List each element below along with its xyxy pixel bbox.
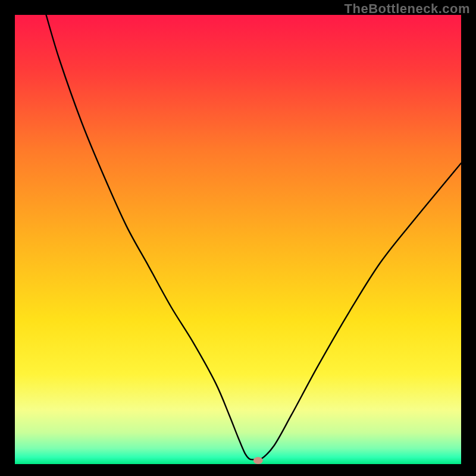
min-marker <box>253 457 263 464</box>
svg-rect-0 <box>15 15 461 464</box>
chart-svg <box>15 15 461 464</box>
watermark-text: TheBottleneck.com <box>345 1 470 17</box>
chart-frame: TheBottleneck.com <box>0 0 476 476</box>
plot-area <box>15 15 461 464</box>
